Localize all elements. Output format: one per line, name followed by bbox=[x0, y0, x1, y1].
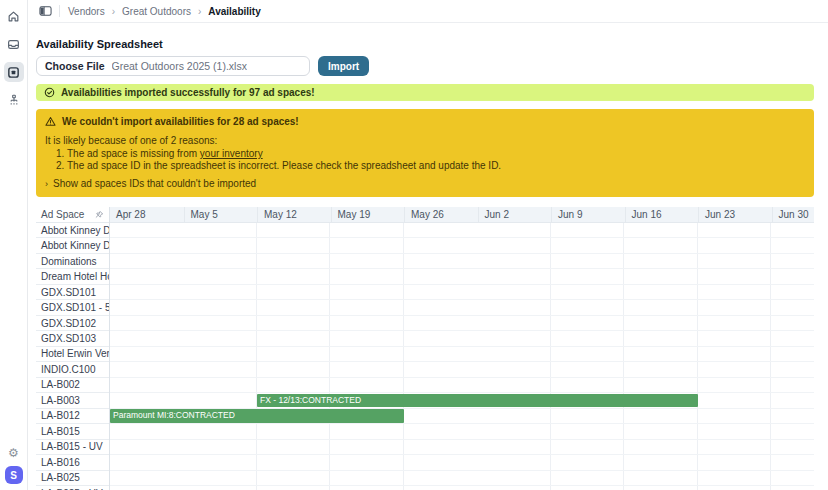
adspace-col-body: Abbot Kinney Do...Abbot Kinney Do...Domi… bbox=[36, 223, 109, 490]
adspace-name: LA-B015 bbox=[36, 424, 109, 439]
warning-reason-2: The ad space ID in the spreadsheet is in… bbox=[67, 160, 805, 171]
file-upload-row: Choose File Great Outdoors 2025 (1).xlsx… bbox=[36, 56, 814, 76]
table-row bbox=[110, 378, 814, 393]
home-icon[interactable] bbox=[4, 6, 24, 26]
availability-bar[interactable]: FX - 12/13:CONTRACTED bbox=[257, 394, 698, 408]
week-header: May 5 bbox=[184, 207, 258, 222]
breadcrumb: Vendors › Great Outdoors › Availability bbox=[68, 6, 261, 17]
week-header: Jun 23 bbox=[698, 207, 772, 222]
timeline-header: Apr 28May 5May 12May 19May 26Jun 2Jun 9J… bbox=[110, 207, 814, 223]
chevron-right-icon: › bbox=[45, 179, 48, 189]
table-row bbox=[110, 347, 814, 362]
table-row bbox=[110, 440, 814, 455]
adspace-name: INDIO.C100 bbox=[36, 362, 109, 377]
adspace-name: LA-B015 - UV bbox=[36, 440, 109, 455]
table-row bbox=[110, 285, 814, 300]
week-header: Apr 28 bbox=[110, 207, 184, 222]
warning-reason-1: The ad space is missing from your invent… bbox=[67, 148, 805, 159]
pin-icon[interactable] bbox=[94, 210, 104, 220]
inbox-icon[interactable] bbox=[4, 34, 24, 54]
table-row: FX - 12/13:CONTRACTED bbox=[110, 393, 814, 408]
availability-table: Ad Space Abbot Kinney Do...Abbot Kinney … bbox=[36, 207, 814, 490]
adspace-name: Abbot Kinney Do... bbox=[36, 238, 109, 253]
timeline-body: FX - 12/13:CONTRACTEDParamount MI:8:CONT… bbox=[110, 223, 814, 490]
table-row bbox=[110, 254, 814, 269]
top-bar: Vendors › Great Outdoors › Availability bbox=[29, 0, 828, 23]
adspace-name: LA-B016 bbox=[36, 455, 109, 470]
success-message: Availabilities imported successfully for… bbox=[61, 87, 315, 98]
adspace-name: GDX.SD103 bbox=[36, 331, 109, 346]
settings-icon[interactable]: ⚙ bbox=[8, 446, 19, 460]
week-header: May 12 bbox=[257, 207, 331, 222]
choose-file-button[interactable]: Choose File bbox=[45, 60, 105, 72]
adspace-column-header: Ad Space bbox=[36, 207, 109, 223]
adspace-name: LA-B025 bbox=[36, 471, 109, 486]
adspace-name: GDX.SD101 bbox=[36, 285, 109, 300]
file-input[interactable]: Choose File Great Outdoors 2025 (1).xlsx bbox=[36, 56, 310, 76]
table-row bbox=[110, 223, 814, 238]
table-row bbox=[110, 471, 814, 486]
avatar[interactable]: S bbox=[5, 466, 23, 484]
sidebar: ⚙ S bbox=[0, 0, 28, 490]
adspace-name: Dream Hotel Holly... bbox=[36, 269, 109, 284]
table-row bbox=[110, 362, 814, 377]
adspace-name: Dominations bbox=[36, 254, 109, 269]
breadcrumb-vendors[interactable]: Vendors bbox=[68, 6, 105, 17]
table-row bbox=[110, 316, 814, 331]
warning-title: We couldn't import availabilities for 28… bbox=[62, 116, 299, 127]
adspace-name: LA-B002 bbox=[36, 378, 109, 393]
chevron-right-icon: › bbox=[198, 6, 201, 17]
table-row bbox=[110, 486, 814, 490]
table-row bbox=[110, 455, 814, 470]
week-header: Jun 30 bbox=[772, 207, 815, 222]
warning-reasons: The ad space is missing from your invent… bbox=[45, 148, 805, 171]
breadcrumb-great-outdoors[interactable]: Great Outdoors bbox=[122, 6, 191, 17]
inventory-link[interactable]: your inventory bbox=[200, 148, 263, 159]
warning-banner: We couldn't import availabilities for 28… bbox=[36, 109, 814, 197]
adspace-name: GDX.SD102 bbox=[36, 316, 109, 331]
week-header: Jun 16 bbox=[625, 207, 699, 222]
week-header: May 19 bbox=[331, 207, 405, 222]
selected-file-name: Great Outdoors 2025 (1).xlsx bbox=[112, 60, 247, 72]
import-button[interactable]: Import bbox=[318, 56, 369, 76]
check-circle-icon bbox=[44, 87, 55, 98]
show-failed-ids-toggle[interactable]: › Show ad spaces IDs that couldn't be im… bbox=[45, 178, 805, 189]
warning-subtitle: It is likely because of one of 2 reasons… bbox=[45, 135, 805, 146]
table-row bbox=[110, 300, 814, 315]
table-row bbox=[110, 331, 814, 346]
chevron-right-icon: › bbox=[112, 6, 115, 17]
week-header: May 26 bbox=[404, 207, 478, 222]
adspace-name: GDX.SD101 - 5th bbox=[36, 300, 109, 315]
breadcrumb-current: Availability bbox=[208, 6, 260, 17]
adspace-name: LA-B012 bbox=[36, 409, 109, 424]
spreadsheet-icon[interactable] bbox=[4, 62, 24, 82]
adspace-name: LA-B025 - UV bbox=[36, 486, 109, 490]
week-header: Jun 2 bbox=[478, 207, 552, 222]
warning-triangle-icon bbox=[45, 116, 56, 127]
table-row bbox=[110, 424, 814, 439]
timeline-area: Apr 28May 5May 12May 19May 26Jun 2Jun 9J… bbox=[110, 207, 814, 490]
availability-bar[interactable]: Paramount MI:8:CONTRACTED bbox=[110, 409, 404, 423]
table-row: Paramount MI:8:CONTRACTED bbox=[110, 409, 814, 424]
week-header: Jun 9 bbox=[551, 207, 625, 222]
success-banner: Availabilities imported successfully for… bbox=[36, 84, 814, 101]
table-row bbox=[110, 238, 814, 253]
table-row bbox=[110, 269, 814, 284]
adspace-name: Hotel Erwin Venic... bbox=[36, 347, 109, 362]
main-content: Availability Spreadsheet Choose File Gre… bbox=[36, 24, 814, 490]
page-title: Availability Spreadsheet bbox=[36, 38, 814, 50]
adspace-name: LA-B003 bbox=[36, 393, 109, 408]
adspace-column: Ad Space Abbot Kinney Do...Abbot Kinney … bbox=[36, 207, 110, 490]
divider bbox=[59, 5, 60, 17]
people-icon[interactable] bbox=[4, 90, 24, 110]
sidebar-toggle-icon[interactable] bbox=[37, 3, 53, 19]
adspace-name: Abbot Kinney Do... bbox=[36, 223, 109, 238]
